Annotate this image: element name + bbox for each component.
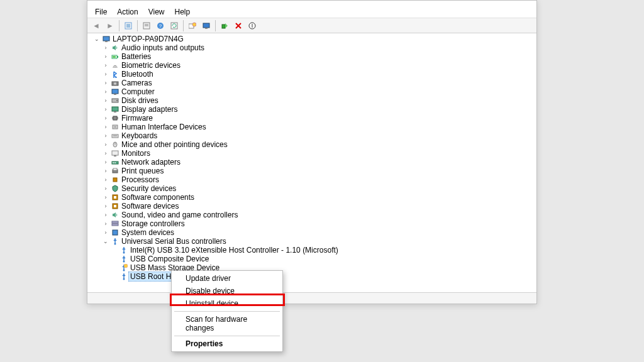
chevron-down-icon[interactable]: ⌄	[103, 238, 109, 244]
usbwarn-icon	[119, 263, 128, 272]
cm-scan-hardware[interactable]: Scan for hardware changes	[172, 313, 282, 334]
chevron-right-icon[interactable]: ›	[103, 115, 109, 121]
tree-category[interactable]: ›Disk drives	[103, 96, 534, 105]
tree-category-label: Universal Serial Bus controllers	[121, 237, 226, 246]
shield-icon	[111, 184, 119, 193]
network-icon	[111, 158, 119, 167]
tree-category[interactable]: ›Monitors	[103, 149, 534, 158]
chevron-right-icon[interactable]: ›	[103, 124, 109, 130]
chevron-right-icon[interactable]: ›	[103, 221, 109, 227]
statusbar	[87, 292, 536, 304]
tree-category[interactable]: ›Print queues	[103, 167, 534, 175]
tree-category[interactable]: ›Audio inputs and outputs	[103, 43, 534, 52]
tree-root-computer[interactable]: ⌄ LAPTOP-PA9D7N4G	[94, 35, 534, 43]
cm-uninstall-device[interactable]: Uninstall device	[172, 297, 282, 310]
chevron-right-icon[interactable]: ›	[103, 150, 109, 156]
tree-category[interactable]: ›Storage controllers	[103, 219, 534, 228]
tree-category-label: Disk drives	[121, 96, 158, 105]
svg-rect-25	[112, 107, 118, 111]
mouse-icon	[111, 140, 119, 149]
tree-category[interactable]: ›Batteries	[103, 52, 534, 61]
svg-point-54	[123, 252, 125, 254]
disk-icon	[111, 96, 119, 105]
tree-category[interactable]: ›Software devices	[103, 202, 534, 211]
refresh-button[interactable]	[168, 19, 180, 32]
tree-category[interactable]: ›Human Interface Devices	[103, 123, 534, 131]
chevron-right-icon[interactable]: ›	[103, 141, 109, 148]
tree-category[interactable]: ›Security devices	[103, 184, 534, 193]
tree-device[interactable]: USB Composite Device	[111, 255, 534, 263]
tree-category[interactable]: ›Software components	[103, 193, 534, 202]
tree-category[interactable]: ›System devices	[103, 228, 534, 237]
tree-category[interactable]: ›Keyboards	[103, 131, 534, 140]
tree-category[interactable]: ›Mice and other pointing devices	[103, 140, 534, 149]
tree-category[interactable]: ›Computer	[103, 87, 534, 96]
menu-file[interactable]: File	[90, 6, 112, 18]
chevron-right-icon[interactable]: ›	[103, 53, 109, 60]
tree-category[interactable]: ›Display adapters	[103, 105, 534, 114]
svg-text:?: ?	[159, 23, 162, 29]
disable-button[interactable]	[246, 19, 258, 32]
enable-button[interactable]	[218, 19, 231, 32]
display-icon	[111, 105, 119, 114]
chevron-right-icon[interactable]: ›	[103, 177, 109, 183]
svg-point-56	[123, 270, 125, 272]
chevron-right-icon[interactable]: ›	[103, 89, 109, 95]
tree-device-label: USB Composite Device	[130, 255, 209, 263]
menu-view[interactable]: View	[143, 6, 170, 18]
tree-category-label: Batteries	[121, 52, 151, 61]
menu-action[interactable]: Action	[112, 6, 143, 18]
chevron-right-icon[interactable]: ›	[103, 203, 109, 209]
tree-category[interactable]: ›Firmware	[103, 114, 534, 123]
monitor-icon	[111, 87, 119, 96]
svg-rect-11	[205, 28, 208, 29]
chevron-down-icon[interactable]: ⌄	[94, 36, 100, 42]
chevron-right-icon[interactable]: ›	[103, 168, 109, 174]
show-hidden-button[interactable]	[122, 19, 135, 32]
chevron-right-icon[interactable]: ›	[103, 106, 109, 112]
tree-category-label: Computer	[121, 87, 155, 96]
chevron-right-icon[interactable]: ›	[103, 71, 109, 77]
cm-disable-device[interactable]: Disable device	[172, 285, 282, 297]
svg-rect-38	[112, 151, 118, 155]
tree-category[interactable]: ›Biometric devices	[103, 61, 534, 70]
tree-category-usb[interactable]: ⌄Universal Serial Bus controllers	[103, 237, 534, 246]
tree-device[interactable]: Intel(R) USB 3.10 eXtensible Host Contro…	[111, 246, 534, 255]
tree-category[interactable]: ›Network adapters	[103, 158, 534, 167]
disable-icon	[248, 22, 256, 30]
update-driver-button[interactable]	[200, 19, 213, 32]
tree-category[interactable]: ›Cameras	[103, 79, 534, 87]
chevron-right-icon[interactable]: ›	[103, 62, 109, 69]
chevron-right-icon[interactable]: ›	[103, 194, 109, 200]
chevron-right-icon[interactable]: ›	[103, 229, 109, 236]
chevron-right-icon[interactable]: ›	[103, 45, 109, 51]
svg-point-9	[192, 23, 196, 26]
chevron-right-icon[interactable]: ›	[103, 159, 109, 165]
device-tree[interactable]: ⌄ LAPTOP-PA9D7N4G ›Audio inputs and outp…	[87, 33, 536, 292]
tree-category[interactable]: ›Bluetooth	[103, 70, 534, 79]
chevron-right-icon[interactable]: ›	[103, 185, 109, 192]
tree-category[interactable]: ›Sound, video and game controllers	[103, 211, 534, 219]
chevron-right-icon[interactable]: ›	[103, 80, 109, 86]
uninstall-button[interactable]	[232, 19, 245, 32]
usb-icon	[119, 255, 128, 263]
tree-category-label: Software devices	[121, 202, 179, 211]
properties-button[interactable]	[140, 19, 153, 32]
chevron-right-icon[interactable]: ›	[103, 97, 109, 104]
cm-properties[interactable]: Properties	[172, 337, 282, 350]
system-icon	[111, 228, 119, 237]
chevron-right-icon[interactable]: ›	[103, 212, 109, 218]
svg-rect-52	[113, 230, 118, 235]
forward-button[interactable]: ►	[104, 19, 116, 32]
tree-category[interactable]: ›Processors	[103, 175, 534, 184]
chevron-right-icon[interactable]: ›	[103, 133, 109, 139]
svg-point-20	[114, 82, 116, 85]
scan-button[interactable]	[186, 19, 199, 32]
tree-category-label: Firmware	[121, 114, 153, 123]
help-button[interactable]: ?	[154, 19, 167, 32]
speaker-icon	[111, 211, 119, 219]
back-button[interactable]: ◄	[90, 19, 103, 32]
cm-update-driver[interactable]: Update driver	[172, 272, 282, 285]
svg-point-58	[123, 278, 125, 280]
menu-help[interactable]: Help	[170, 6, 196, 18]
